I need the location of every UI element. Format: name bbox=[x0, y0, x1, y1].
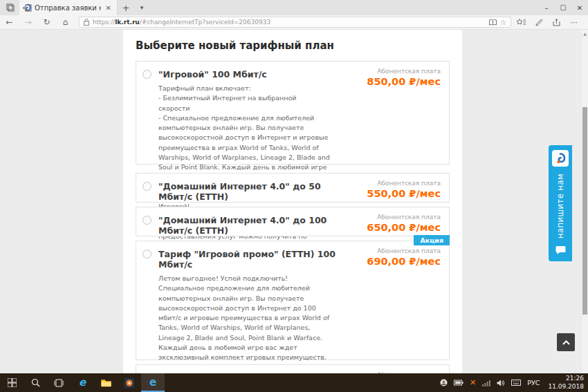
start-button[interactable] bbox=[0, 373, 24, 392]
price-block: Абонентская плата 650,00 ₽/мес bbox=[367, 214, 441, 233]
forward-button[interactable]: → bbox=[19, 17, 37, 27]
desktop-screen: Отправка заявки на см ✕ + ▾ – ☐ ✕ ← → ↻ … bbox=[0, 0, 588, 392]
tariff-card-home-50[interactable]: "Домашний Интернет 4.0" до 50 Мбит/с (ЕТ… bbox=[136, 173, 450, 203]
subscription-fee-label: Абонентская плата bbox=[367, 180, 441, 187]
tariff-radio[interactable] bbox=[143, 250, 151, 259]
subscription-fee-label: Абонентская плата bbox=[367, 214, 441, 221]
task-view-icon bbox=[54, 379, 64, 387]
file-explorer-button[interactable] bbox=[94, 373, 118, 392]
rostelecom-logo-icon bbox=[552, 150, 569, 167]
tabs-set-aside-icon[interactable] bbox=[1, 0, 19, 15]
tray-app-icon[interactable] bbox=[440, 379, 448, 386]
address-bar[interactable]: https://lk.rt.ru/#changeInternetTp?servi… bbox=[79, 17, 511, 28]
url-scheme: https:// bbox=[93, 19, 115, 26]
touch-keyboard-icon[interactable] bbox=[511, 380, 521, 386]
tab-title: Отправка заявки на см bbox=[35, 4, 101, 12]
tariff-price: 650,00 ₽/мес bbox=[367, 222, 441, 233]
windows-taskbar: e e ✕ РУС bbox=[0, 373, 588, 392]
tariff-price: 550,00 ₽/мес bbox=[367, 188, 441, 199]
chat-widget[interactable]: напишите нам bbox=[549, 145, 572, 261]
browser-toolbar: ← → ↻ ⌂ https://lk.rt.ru/#changeInternet… bbox=[0, 15, 588, 30]
promo-badge: Акция bbox=[414, 235, 450, 245]
internet-explorer-button[interactable]: e bbox=[71, 373, 94, 392]
tariff-price: 850,00 ₽/мес bbox=[367, 76, 441, 87]
favorites-bar-icon[interactable] bbox=[517, 16, 526, 29]
task-view-button[interactable] bbox=[47, 373, 71, 392]
toolbar-actions: ⋯ bbox=[517, 16, 578, 29]
more-options-icon[interactable]: ⋯ bbox=[570, 18, 578, 27]
tariff-card-home-100[interactable]: "Домашний Интернет 4.0" до 100 Мбит/с (Е… bbox=[136, 207, 450, 236]
subscription-fee-label: Абонентская плата bbox=[367, 68, 441, 75]
tariff-description: Летом выгоднее! Успей подключить! Специа… bbox=[158, 274, 330, 373]
lock-icon bbox=[84, 19, 89, 26]
page-viewport: Выберите новый тарифный план "Игровой" 1… bbox=[0, 30, 588, 373]
tariff-radio[interactable] bbox=[143, 216, 151, 225]
minimize-button[interactable]: – bbox=[538, 0, 555, 15]
back-button[interactable]: ← bbox=[0, 17, 19, 27]
refresh-button[interactable]: ↻ bbox=[37, 17, 56, 27]
browser-titlebar: Отправка заявки на см ✕ + ▾ – ☐ ✕ bbox=[0, 0, 588, 15]
url-host: lk.rt.ru bbox=[115, 19, 140, 26]
subscription-fee-label: Абонентская плата bbox=[367, 248, 441, 254]
price-block: Абонентская плата 850,00 ₽/мес bbox=[367, 68, 441, 87]
price-block: Абонентская плата 690,00 ₽/мес bbox=[367, 248, 441, 267]
media-app-icon bbox=[125, 378, 134, 388]
internet-explorer-icon: e bbox=[79, 377, 86, 388]
tab-close-icon[interactable]: ✕ bbox=[104, 4, 113, 12]
folder-icon bbox=[101, 379, 111, 387]
close-window-button[interactable]: ✕ bbox=[571, 0, 588, 15]
media-app-button[interactable] bbox=[118, 373, 141, 392]
page-title: Выберите новый тарифный план bbox=[136, 39, 450, 52]
ink-pen-icon[interactable] bbox=[535, 16, 543, 29]
new-tab-button[interactable]: + bbox=[118, 0, 134, 15]
favorite-star-icon[interactable]: ☆ bbox=[500, 19, 506, 26]
scrollbar-up-arrow-icon[interactable]: ▲ bbox=[582, 31, 588, 36]
scroll-to-top-button[interactable] bbox=[557, 333, 575, 351]
chat-widget-label: напишите нам bbox=[555, 167, 565, 245]
edge-icon: e bbox=[149, 377, 156, 388]
url-text: https://lk.rt.ru/#changeInternetTp?servi… bbox=[93, 19, 486, 26]
price-block: Абонентская плата 550,00 ₽/мес bbox=[367, 180, 441, 199]
chat-bubble-icon bbox=[555, 245, 566, 255]
tariff-radio[interactable] bbox=[143, 70, 151, 79]
tariff-price: 690,00 ₽/мес bbox=[367, 256, 441, 267]
reading-view-icon[interactable] bbox=[489, 19, 497, 26]
share-icon[interactable] bbox=[553, 16, 560, 29]
scrollbar-thumb[interactable] bbox=[582, 107, 587, 315]
language-indicator[interactable]: РУС bbox=[527, 379, 540, 386]
search-icon bbox=[31, 378, 40, 387]
clock-time: 21:26 bbox=[548, 375, 584, 383]
system-tray: ✕ РУС 21:26 11.09.2018 bbox=[440, 373, 588, 392]
maximize-button[interactable]: ☐ bbox=[555, 0, 571, 15]
network-icon[interactable] bbox=[482, 380, 490, 386]
tab-preview-chevron-icon[interactable]: ▾ bbox=[134, 0, 149, 15]
antivirus-icon[interactable]: ✕ bbox=[470, 378, 476, 387]
window-controls: – ☐ ✕ bbox=[538, 0, 588, 15]
tariff-radio[interactable] bbox=[143, 182, 151, 191]
chevron-up-icon bbox=[562, 340, 570, 345]
tariff-list-panel: Выберите новый тарифный план "Игровой" 1… bbox=[123, 30, 462, 373]
battery-icon[interactable] bbox=[454, 380, 463, 386]
tariff-card-igrovoy-promo[interactable]: Акция Тариф "Игровой промо" (ЕТТН) 100 М… bbox=[136, 241, 450, 360]
taskbar-clock[interactable]: 21:26 11.09.2018 bbox=[546, 375, 584, 391]
url-path: /#changeInternetTp?serviceId=20630933 bbox=[140, 19, 270, 26]
tariff-card-oblachny[interactable]: "Облачный" до 100 Мбит/с (ЕТТН) Абонентс… bbox=[136, 364, 450, 373]
taskbar-search-button[interactable] bbox=[24, 373, 47, 392]
volume-icon[interactable] bbox=[497, 380, 505, 386]
home-button[interactable]: ⌂ bbox=[56, 17, 75, 27]
windows-logo-icon bbox=[8, 378, 17, 387]
clock-date: 11.09.2018 bbox=[548, 383, 584, 391]
page-scrollbar[interactable]: ▲ bbox=[582, 30, 588, 373]
tabs-preview-icon[interactable] bbox=[18, 0, 36, 15]
new-tab-plus-icon: + bbox=[122, 3, 130, 13]
tariff-card-igrovoy[interactable]: "Игровой" 100 Мбит/с Тарифный план включ… bbox=[136, 61, 450, 165]
edge-taskbar-button[interactable]: e bbox=[141, 373, 165, 392]
